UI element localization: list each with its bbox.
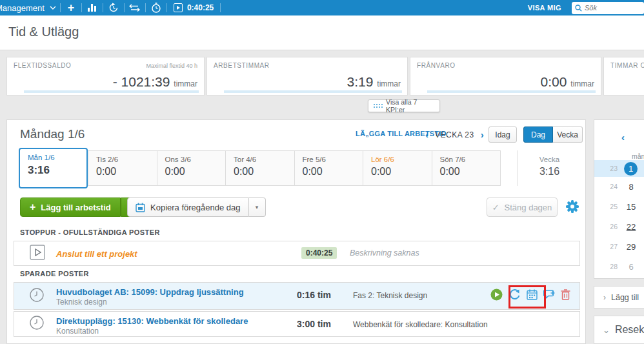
calendar-day[interactable]: 8 <box>623 182 639 192</box>
stopwatch-section-header: STOPPUR - OFULLSTÄNDIGA POSTER <box>20 228 160 236</box>
add-worktime-split-button: + Lägg till arbetstid ▾ <box>20 197 139 217</box>
calendar-day-today[interactable]: 22 <box>623 222 639 232</box>
calendar-row: 27 29 <box>594 238 644 255</box>
calendar-day[interactable]: 29 <box>623 242 639 252</box>
stopwatch-entry-row[interactable]: Anslut till ett projekt 0:40:25 Beskrivn… <box>14 241 580 266</box>
add-comment-button[interactable] <box>543 289 555 300</box>
settings-gear-button[interactable] <box>566 200 579 216</box>
page-header: Tid & Utlägg <box>0 15 644 50</box>
entry-time: 3:00 tim <box>297 319 331 329</box>
timer-button[interactable] <box>146 0 166 15</box>
day-tab-selected[interactable]: Mån 1/6 3:16 <box>19 148 88 188</box>
chevron-right-icon: › <box>603 293 606 302</box>
saved-section-header: SPARADE POSTER <box>20 270 89 278</box>
entry-project-link[interactable]: Direktupplägg: 15130: Webbenkät för skol… <box>56 316 248 326</box>
chevron-down-icon: ⌄ <box>603 325 610 335</box>
prev-week-chevron[interactable]: ‹ <box>425 130 428 139</box>
show-all-kpis-label: Visa alla 7 KPI:er <box>386 98 434 114</box>
search-input[interactable] <box>585 4 630 12</box>
entry-project-link[interactable]: Huvudbolaget AB: 15099: Uppdrag ljussätt… <box>56 287 244 297</box>
day-tab-value: 0:00 <box>234 166 294 177</box>
add-button[interactable]: + <box>61 0 81 15</box>
day-week-toggle: Dag Vecka <box>523 126 583 143</box>
resume-timer-button[interactable] <box>490 288 503 301</box>
topbar-left-group: Management + 0:40:25 <box>0 0 221 15</box>
week-summary-value: 3:16 <box>518 166 581 177</box>
kpi-card-franvaro: FRÅNVARO 0:00 timmar <box>410 57 601 96</box>
app-menu[interactable]: Management <box>0 3 60 13</box>
kpi-progress-bar <box>224 90 402 93</box>
day-tab[interactable]: Ons 3/6 0:00 <box>157 151 226 185</box>
day-tab-weekend[interactable]: Lör 6/6 0:00 <box>363 151 432 185</box>
timer-value: 0:40:25 <box>187 3 214 12</box>
today-button[interactable]: Idag <box>488 126 517 143</box>
restart-timer-button[interactable] <box>508 288 521 301</box>
kpi-label: FLEXTIDSSALDO <box>14 62 72 69</box>
kpi-unit: timmar <box>174 79 197 88</box>
day-tab-label: Fre 5/6 <box>303 156 363 163</box>
close-day-button[interactable]: ✓ Stäng dagen <box>487 197 558 217</box>
week-number: 25 <box>594 203 623 210</box>
day-detail-card: Måndag 1/6 LÃ„GGA TILL ARBETSTID ‹ VECKA… <box>6 119 586 344</box>
day-toggle-button[interactable]: Dag <box>523 126 553 143</box>
search-box[interactable] <box>572 2 644 14</box>
add-panel-label: Lägg till <box>611 293 639 302</box>
next-week-chevron[interactable]: › <box>481 130 484 139</box>
travel-panel-toggle[interactable]: ⌄ Reseko <box>594 316 644 344</box>
entry-subtitle: Teknisk design <box>56 298 107 307</box>
entry-description: Webbenkät för skolledare: Konsultation <box>353 320 488 329</box>
play-square-icon <box>174 3 183 12</box>
saved-entry-row[interactable]: Huvudbolaget AB: 15099: Uppdrag ljussätt… <box>14 282 580 310</box>
connect-project-link[interactable]: Anslut till ett projekt <box>56 249 137 259</box>
week-number: 28 <box>594 263 623 270</box>
day-tab[interactable]: Tis 2/6 0:00 <box>88 151 157 185</box>
day-tab-value: 0:00 <box>371 166 432 177</box>
transfer-button[interactable] <box>125 0 145 15</box>
stopwatch-time-badge: 0:40:25 <box>301 247 337 259</box>
delete-button[interactable] <box>561 289 570 300</box>
reports-button[interactable] <box>82 0 103 15</box>
saved-entry-row[interactable]: Direktupplägg: 15130: Webbenkät för skol… <box>14 311 580 337</box>
calendar-row: 26 22 <box>594 218 644 235</box>
running-timer[interactable]: 0:40:25 <box>167 3 220 12</box>
week-number: 23 <box>594 165 623 172</box>
history-button[interactable] <box>103 0 124 15</box>
calendar-day-selected[interactable]: 1 <box>624 162 638 176</box>
week-number: 27 <box>594 243 623 250</box>
kpi-unit: timmar <box>377 79 401 88</box>
calendar-day[interactable]: 15 <box>623 202 639 212</box>
mini-calendar-panel: ‹ mån 23 1 24 8 25 15 26 22 27 29 28 6 <box>594 119 644 279</box>
calendar-prev-chevron[interactable]: ‹ <box>621 132 625 143</box>
copy-previous-day-button[interactable]: Kopiera föregående dag <box>127 197 249 217</box>
day-tab-label: Mån 1/6 <box>28 154 86 161</box>
entry-description: Fas 2: Teknisk design <box>353 291 427 300</box>
show-all-kpis-button[interactable]: Visa alla 7 KPI:er <box>368 99 440 112</box>
kpi-unit: timmar <box>570 79 594 88</box>
calendar-button[interactable] <box>527 289 538 300</box>
topbar-right-group: VISA MIG <box>528 0 644 15</box>
app-menu-label: Management <box>0 3 45 13</box>
entry-time: 0:16 tim <box>297 290 331 300</box>
week-number: 26 <box>594 223 623 230</box>
calendar-row: 25 15 <box>594 198 644 215</box>
stopwatch-icon <box>151 3 161 13</box>
missing-description-text: Beskrivning saknas <box>350 248 419 258</box>
day-tab[interactable]: Tor 4/6 0:00 <box>226 151 295 185</box>
calendar-day-other-month[interactable]: 6 <box>623 262 639 272</box>
history-icon <box>108 3 119 13</box>
copy-previous-day-dropdown[interactable]: ▾ <box>249 197 266 217</box>
day-tab-label: Lör 6/6 <box>371 156 432 163</box>
day-tab-value: 0:00 <box>303 166 363 177</box>
add-panel-toggle[interactable]: › Lägg till <box>594 286 644 309</box>
day-tab[interactable]: Sön 7/6 0:00 <box>432 151 501 185</box>
visa-mig-button[interactable]: VISA MIG <box>528 4 561 12</box>
play-square-outline-icon[interactable] <box>30 245 45 263</box>
day-tab-label: Sön 7/6 <box>440 156 501 163</box>
week-toggle-button[interactable]: Vecka <box>553 126 583 143</box>
day-tab[interactable]: Fre 5/6 0:00 <box>295 151 364 185</box>
swap-arrows-icon <box>129 4 140 12</box>
add-worktime-label: Lägg till arbetstid <box>41 203 110 212</box>
calendar-icon <box>136 203 145 212</box>
entry-actions <box>490 288 570 301</box>
add-worktime-button[interactable]: + Lägg till arbetstid <box>20 197 121 217</box>
